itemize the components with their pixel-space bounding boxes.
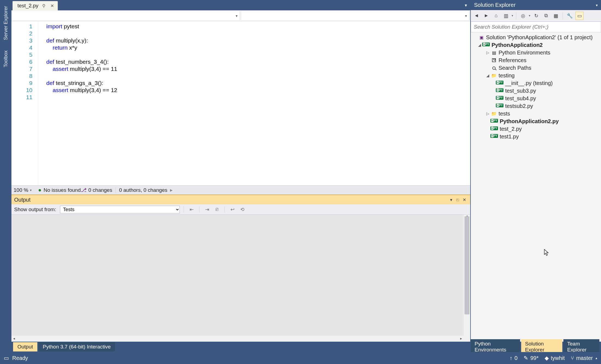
se-refresh-icon[interactable]: ↻ [532, 12, 540, 20]
project-label: PythonApplication2 [491, 42, 543, 48]
git-changes-button[interactable]: ✎ 99* [524, 355, 539, 361]
server-explorer-tab[interactable]: Server Explorer [2, 2, 10, 44]
se-sync-icon[interactable]: ◎ [519, 12, 527, 20]
expand-icon[interactable]: ▷ [485, 111, 490, 116]
references-label: References [499, 57, 526, 63]
file-label: PythonApplication2.py [500, 118, 559, 125]
output-tab[interactable]: Output [13, 342, 37, 351]
document-tab[interactable]: test_2.py ⚲ ✕ [13, 1, 58, 10]
solution-explorer-titlebar: Solution Explorer ▾ [471, 0, 601, 10]
python-environments-label: Python Environments [499, 50, 550, 56]
tab-overflow-dropdown[interactable]: ▾ [462, 1, 470, 10]
git-branch: master [576, 355, 593, 361]
output-dropdown-icon[interactable]: ▾ [448, 197, 454, 202]
toolbox-tab[interactable]: Toolbox [2, 47, 10, 71]
output-panel-title: Output [14, 197, 448, 203]
se-forward-icon[interactable]: ► [482, 12, 490, 20]
folder-icon: 📁 [490, 73, 497, 78]
se-back-icon[interactable]: ◄ [472, 12, 481, 20]
statusbar-app-icon: ▭ [4, 355, 9, 361]
file-label: testsub2.py [505, 103, 533, 109]
file-node[interactable]: PY __init__.py (testing) [471, 79, 601, 87]
git-branch-button[interactable]: ⑂ master ▴ [571, 355, 597, 361]
se-collapse-icon[interactable]: ⧉ [542, 12, 550, 20]
output-close-icon[interactable]: ✕ [461, 197, 468, 202]
codelens-changes[interactable]: 0 changes [88, 187, 112, 193]
search-paths-node[interactable]: Search Paths [471, 64, 601, 72]
issues-ok-icon: ● [38, 187, 41, 193]
py-project-icon: PY [482, 43, 490, 46]
collapse-icon[interactable]: ◢ [477, 43, 482, 47]
python-interactive-tab[interactable]: Python 3.7 (64-bit) Interactive [38, 342, 115, 351]
se-showall-icon[interactable]: ▦ [552, 12, 560, 20]
close-tab-icon[interactable]: ✕ [49, 3, 55, 8]
scope-combo[interactable]: ▾ [12, 11, 240, 20]
output-find-prev-icon[interactable]: ⇤ [188, 206, 195, 213]
solution-explorer-menu-icon[interactable]: ▾ [596, 3, 598, 7]
file-node[interactable]: PY test1.py [471, 133, 601, 140]
output-clear-icon[interactable]: ⎚ [213, 206, 221, 213]
solution-explorer-search[interactable] [471, 22, 601, 32]
se-switch-view-icon[interactable]: ▥ [502, 12, 510, 20]
output-toggle-icon[interactable]: ⟲ [238, 206, 246, 213]
se-switch-view-drop-icon[interactable]: ▾ [512, 14, 513, 17]
document-tab-label: test_2.py [17, 3, 38, 9]
py-file-icon: PY [496, 104, 503, 107]
pending-changes: 99* [530, 355, 539, 361]
expand-icon[interactable]: ▷ [485, 50, 490, 55]
codelens-expand-icon[interactable]: ▸ [170, 187, 173, 193]
git-publish-button[interactable]: ↑ 0 [510, 355, 518, 361]
code-text[interactable]: import pytest def multiply(x,y): return … [38, 21, 470, 185]
file-node[interactable]: PY test_sub4.py [471, 95, 601, 102]
solution-icon: ▣ [478, 35, 485, 40]
file-label: test_sub3.py [505, 88, 536, 94]
left-tool-rail: Server Explorer Toolbox [0, 0, 11, 352]
file-node[interactable]: PY PythonApplication2.py [471, 117, 601, 125]
se-sync-drop-icon[interactable]: ▾ [529, 14, 530, 17]
solution-tree[interactable]: ▣ Solution 'PythonApplication2' (1 of 1 … [471, 32, 601, 342]
se-home-icon[interactable]: ⌂ [492, 12, 500, 20]
code-editor[interactable]: 1234567891011 import pytest def multiply… [11, 21, 470, 185]
file-node[interactable]: PY testsub2.py [471, 102, 601, 110]
python-environments-node[interactable]: ▷ ▤ Python Environments [471, 49, 601, 56]
environments-icon: ▤ [490, 50, 497, 55]
references-icon [490, 58, 497, 63]
status-ready: Ready [12, 355, 510, 361]
tests-folder-node[interactable]: ▷ 📁 tests [471, 110, 601, 117]
codelens-authors[interactable]: 0 authors, 0 changes [119, 187, 167, 193]
se-properties-icon[interactable]: 🔧 [566, 12, 574, 20]
zoom-dropdown-icon[interactable]: ▾ [30, 188, 32, 192]
output-vertical-scrollbar[interactable]: ▴ [464, 215, 470, 342]
output-toolbar: Show output from: Tests ⇤ ⇥ ⎚ ↩ ⟲ [11, 204, 470, 215]
document-tabstrip: test_2.py ⚲ ✕ ▾ [11, 0, 470, 10]
output-horizontal-scrollbar[interactable]: ◂▸ [11, 336, 464, 342]
pin-tab-icon[interactable]: ⚲ [41, 3, 47, 8]
output-text-area[interactable]: ▴ ◂▸ [11, 215, 470, 342]
branch-icon: ⑂ [571, 355, 574, 361]
right-tool-tabs: Python Environments Solution Explorer Te… [471, 342, 601, 352]
output-pin-icon[interactable]: ⏍ [454, 197, 461, 202]
py-file-icon: PY [496, 81, 503, 84]
output-wordwrap-icon[interactable]: ↩ [229, 206, 236, 213]
line-number-gutter: 1234567891011 [11, 21, 38, 185]
file-node[interactable]: PY test_sub3.py [471, 87, 601, 95]
project-node[interactable]: ◢ PY PythonApplication2 [471, 41, 601, 49]
status-bar: ▭ Ready ↑ 0 ✎ 99* ◆ tywhit ⑂ master ▴ [0, 352, 601, 364]
se-preview-icon[interactable]: ▭ [575, 12, 584, 20]
zoom-level[interactable]: 100 % [14, 187, 28, 193]
upload-icon: ↑ [510, 355, 512, 361]
output-panel-titlebar: Output ▾ ⏍ ✕ [11, 195, 470, 204]
search-paths-label: Search Paths [499, 65, 531, 71]
member-combo[interactable]: ▾ [242, 11, 469, 20]
references-node[interactable]: References [471, 56, 601, 64]
git-user-button[interactable]: ◆ tywhit [545, 355, 565, 361]
output-find-next-icon[interactable]: ⇥ [203, 206, 211, 213]
collapse-icon[interactable]: ◢ [485, 73, 490, 78]
solution-label: Solution 'PythonApplication2' (1 of 1 pr… [486, 34, 593, 41]
testing-folder-node[interactable]: ◢ 📁 testing [471, 72, 601, 79]
output-source-select[interactable]: Tests [60, 206, 180, 213]
codelens-changes-icon: ⎇ [81, 187, 87, 193]
solution-node[interactable]: ▣ Solution 'PythonApplication2' (1 of 1 … [471, 34, 601, 41]
solution-explorer-search-input[interactable] [471, 24, 601, 30]
file-node[interactable]: PY test_2.py [471, 125, 601, 133]
